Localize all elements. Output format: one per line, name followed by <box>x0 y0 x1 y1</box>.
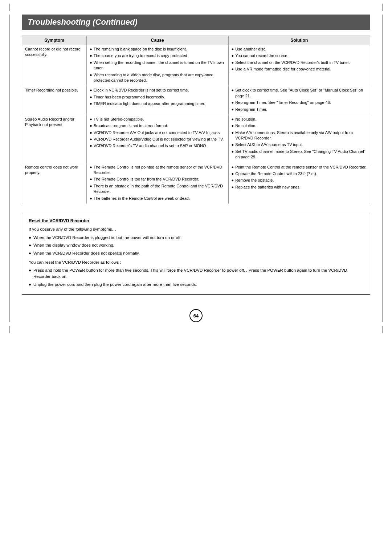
bullet-item: ● Set TV audio channel mode to Stereo. S… <box>232 149 367 160</box>
bullet-icon: ● <box>90 53 92 58</box>
bullet-icon: ● <box>90 137 92 142</box>
bullet-icon: ● <box>90 94 92 100</box>
bullet-icon: ● <box>232 165 234 170</box>
symptom-cell: Cannot record or did not record successf… <box>22 45 87 86</box>
bullet-icon: ● <box>232 178 234 183</box>
solution-cell: ● Set clock to correct time. See "Auto C… <box>228 86 370 115</box>
bullet-icon: ● <box>232 130 234 135</box>
reset-section: Reset the VCR/DVD Recorder If you observ… <box>22 213 370 295</box>
bullet-icon: ● <box>90 130 92 135</box>
reset-symptom-text: When the display window does not working… <box>33 242 114 248</box>
bullet-icon: ● <box>90 165 92 170</box>
bullet-icon: ● <box>232 149 234 154</box>
bullet-item: ● Select AUX or A/V source as TV input. <box>232 142 367 147</box>
bullet-icon: ● <box>90 60 92 65</box>
bullet-icon: ● <box>29 250 31 256</box>
bullet-icon: ● <box>232 123 234 129</box>
bullet-item: ● There is an obstacle in the path of th… <box>90 183 225 195</box>
table-row: Timer Recording not possible. ● Clock in… <box>22 86 370 115</box>
bullet-item: ● VCR/DVD Recorder Audio/Video Out is no… <box>90 137 225 142</box>
reset-step-text: Press and hold the POWER button for more… <box>33 267 363 279</box>
bullet-item: ● The remaining blank space on the disc … <box>90 46 225 52</box>
bullet-item: ● Set clock to correct time. See "Auto C… <box>232 88 367 99</box>
solution-cell: ● Use another disc. ● You cannot record … <box>228 45 370 86</box>
bullet-icon: ● <box>232 66 234 72</box>
bullet-icon: ● <box>232 53 234 58</box>
cause-cell: ● TV is not Stereo-compatible. ● Broadca… <box>87 115 228 163</box>
bullet-icon: ● <box>90 143 92 149</box>
bullet-item: ● VCR/DVD Recorder's TV audio channel is… <box>90 143 225 149</box>
bullet-item: ● Clock in VCR/DVD Recorder is not set t… <box>90 88 225 93</box>
header-cause: Cause <box>87 36 228 45</box>
symptom-cell: Timer Recording not possible. <box>22 86 87 115</box>
bullet-icon: ● <box>90 177 92 182</box>
bullet-icon: ● <box>232 100 234 105</box>
bullet-item: ● Timer has been programmed incorrectly. <box>90 94 225 100</box>
reset-instruction: You can reset the VCR/DVD Recorder as fo… <box>29 259 363 266</box>
symptom-cell: Remote control does not work properly. <box>22 163 87 204</box>
bullet-icon: ● <box>90 123 92 129</box>
bullet-item: ● No solution. <box>232 117 367 122</box>
bullet-item: ● The batteries in the Remote Control ar… <box>90 196 225 201</box>
bullet-icon: ● <box>29 235 31 241</box>
bullet-icon: ● <box>29 242 31 248</box>
reset-intro: If you observe any of the following symp… <box>29 226 363 232</box>
page-number-area: 64 <box>22 309 370 322</box>
bullet-icon: ● <box>29 281 31 288</box>
header-symptom: Symptom <box>22 36 87 45</box>
reset-symptom-text: When the VCR/DVD Recorder does not opera… <box>33 250 140 256</box>
bullet-item: ● Use a VR mode formatted disc for copy-… <box>232 66 367 72</box>
bullet-icon: ● <box>232 142 234 147</box>
table-row: Remote control does not work properly. ●… <box>22 163 370 204</box>
bullet-item: ● Operate the Remote Control within 23 f… <box>232 171 367 177</box>
bullet-item: ● You cannot record the source. <box>232 53 367 58</box>
reset-symptom-item: ● When the display window does not worki… <box>29 242 363 248</box>
bullet-item: ● Broadcast program is not in stereo for… <box>90 123 225 129</box>
bullet-item: ● No solution. <box>232 123 367 129</box>
bullet-item: ● VCR/DVD Recorder A/V Out jacks are not… <box>90 130 225 135</box>
page-wrapper: Troubleshooting (Continued) Symptom Caus… <box>22 15 370 322</box>
solution-cell: ● No solution. ● No solution. ● Make A/V… <box>228 115 370 163</box>
solution-cell: ● Point the Remote Control at the remote… <box>228 163 370 204</box>
bullet-icon: ● <box>232 107 234 112</box>
bullet-icon: ● <box>232 171 234 177</box>
bullet-item: ● The Remote Control is too far from the… <box>90 177 225 182</box>
bullet-item: ● TIMER indicator light does not appear … <box>90 101 225 106</box>
bullet-item: ● When recording to a Video mode disc, p… <box>90 72 225 84</box>
symptom-cell: Stereo Audio Record and/or Playback not … <box>22 115 87 163</box>
bullet-icon: ● <box>29 267 31 274</box>
reset-symptom-item: ● When the VCR/DVD Recorder does not ope… <box>29 250 363 256</box>
cause-cell: ● The remaining blank space on the disc … <box>87 45 228 86</box>
bullet-icon: ● <box>90 196 92 201</box>
reset-symptom-item: ● When the VCR/DVD Recorder is plugged i… <box>29 235 363 241</box>
bullet-icon: ● <box>90 183 92 189</box>
reset-step-text: Unplug the power cord and then plug the … <box>33 281 197 288</box>
page-number: 64 <box>189 309 203 322</box>
bullet-icon: ● <box>90 46 92 52</box>
table-row: Stereo Audio Record and/or Playback not … <box>22 115 370 163</box>
reset-step-item: ● Unplug the power cord and then plug th… <box>29 281 363 288</box>
header-solution: Solution <box>228 36 370 45</box>
bullet-icon: ● <box>90 88 92 93</box>
bullet-icon: ● <box>232 117 234 122</box>
table-row: Cannot record or did not record successf… <box>22 45 370 86</box>
bullet-icon: ● <box>232 88 234 93</box>
bullet-icon: ● <box>232 46 234 52</box>
bullet-item: ● Remove the obstacle. <box>232 178 367 183</box>
bullet-icon: ● <box>90 101 92 106</box>
troubleshooting-table: Symptom Cause Solution Cannot record or … <box>22 36 370 204</box>
cause-cell: ● Clock in VCR/DVD Recorder is not set t… <box>87 86 228 115</box>
bullet-icon: ● <box>232 185 234 190</box>
bullet-item: ● Point the Remote Control at the remote… <box>232 165 367 170</box>
cause-cell: ● The Remote Control is not pointed at t… <box>87 163 228 204</box>
bullet-item: ● Use another disc. <box>232 46 367 52</box>
bullet-item: ● Reprogram Timer. See "Timer Recording"… <box>232 100 367 105</box>
bullet-item: ● Replace the batteries with new ones. <box>232 185 367 190</box>
bullet-item: ● The source you are trying to record is… <box>90 53 225 58</box>
bullet-item: ● When setting the recording channel, th… <box>90 60 225 71</box>
reset-step-item: ● Press and hold the POWER button for mo… <box>29 267 363 279</box>
bullet-item: ● TV is not Stereo-compatible. <box>90 117 225 122</box>
bullet-item: ● Reprogram Timer. <box>232 107 367 112</box>
bullet-item: ● Select the channel on the VCR/DVD Reco… <box>232 60 367 65</box>
page-title: Troubleshooting (Continued) <box>22 15 370 30</box>
